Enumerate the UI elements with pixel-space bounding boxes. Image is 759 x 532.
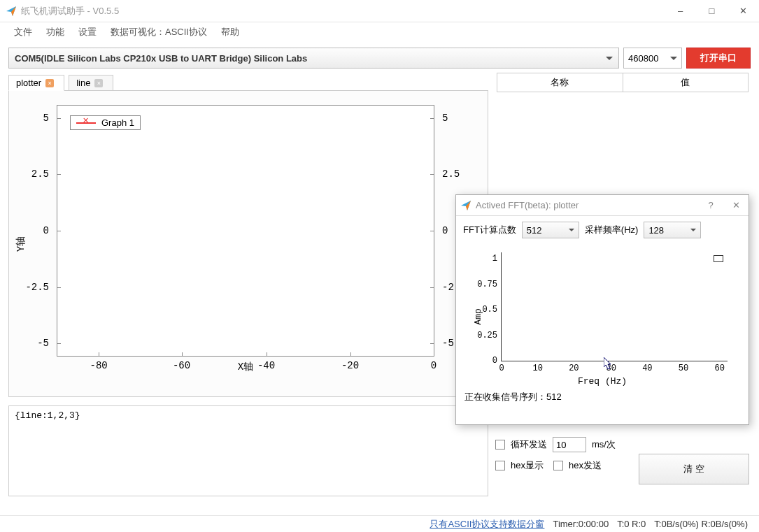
- fft-points-select[interactable]: 512: [522, 222, 579, 238]
- loop-send-checkbox[interactable]: [495, 440, 505, 450]
- fft-status-value: 512: [546, 391, 562, 402]
- app-icon: [6, 6, 17, 17]
- interval-unit-label: ms/次: [592, 438, 616, 451]
- x-axis-label: X轴: [57, 361, 434, 373]
- plot-tabs: plotter × line ×: [8, 73, 488, 91]
- fft-titlebar[interactable]: Actived FFT(beta): plotter ? ✕: [456, 195, 749, 216]
- app-icon: [460, 200, 471, 211]
- column-header-name: 名称: [497, 73, 623, 92]
- fft-dialog: Actived FFT(beta): plotter ? ✕ FFT计算点数 5…: [455, 194, 749, 425]
- fft-plot[interactable]: Amp 1 0.75 0.5 0.25 0 0 10 20 30 40 50 6…: [464, 247, 740, 387]
- ytick: 2.5: [31, 168, 49, 180]
- tab-label: plotter: [16, 78, 41, 88]
- ytick-right: 0: [442, 225, 448, 236]
- menu-file[interactable]: 文件: [8, 24, 38, 40]
- fft-ytick: 0: [492, 356, 497, 366]
- tab-close-icon[interactable]: ×: [94, 79, 103, 87]
- fft-xtick: 30: [606, 364, 616, 373]
- xtick: 0: [431, 360, 437, 371]
- fft-xtick: 40: [642, 364, 652, 373]
- xtick: -40: [257, 360, 275, 371]
- tab-plotter[interactable]: plotter ×: [8, 75, 64, 91]
- legend-label: Graph 1: [101, 117, 134, 128]
- fft-xtick: 10: [532, 364, 542, 373]
- loop-send-label: 循环发送: [511, 438, 547, 451]
- status-rate: T:0B/s(0%) R:0B/s(0%): [654, 519, 748, 529]
- window-title: 纸飞机调试助手 - V0.5.5: [21, 5, 665, 17]
- side-panel: 名称 值: [497, 73, 749, 92]
- fft-legend-icon: [714, 255, 723, 262]
- fft-x-axis-label: Freq (Hz): [464, 376, 740, 387]
- legend-swatch-icon: [76, 122, 96, 124]
- hex-show-checkbox[interactable]: [495, 461, 505, 470]
- fft-title: Actived FFT(beta): plotter: [476, 200, 698, 210]
- fft-ytick: 0.25: [477, 331, 497, 340]
- baud-rate-select[interactable]: 460800: [623, 48, 682, 69]
- fft-samplerate-label: 采样频率(Hz): [585, 224, 639, 236]
- close-button[interactable]: ✕: [723, 195, 749, 216]
- hex-send-checkbox[interactable]: [553, 461, 563, 470]
- statusbar: 只有ASCII协议支持数据分窗 Timer:0:00:00 T:0 R:0 T:…: [0, 515, 759, 532]
- send-controls: 循环发送 ms/次 hex显示 hex发送 清 空: [490, 434, 752, 476]
- hex-show-label: hex显示: [511, 459, 544, 472]
- help-button[interactable]: ?: [698, 195, 723, 216]
- clear-button[interactable]: 清 空: [639, 454, 749, 484]
- xtick: -20: [341, 360, 359, 371]
- fft-xtick: 60: [714, 364, 724, 373]
- hex-send-label: hex发送: [569, 459, 602, 472]
- connection-toolbar: COM5(IDLE Silicon Labs CP210x USB to UAR…: [0, 42, 759, 73]
- fft-ytick: 0.75: [477, 280, 497, 289]
- fft-params: FFT计算点数 512 采样频率(Hz) 128: [456, 216, 749, 244]
- fft-status: 正在收集信号序列：512: [456, 387, 749, 408]
- fft-xtick: 0: [499, 364, 504, 373]
- open-port-button[interactable]: 打开串口: [686, 48, 751, 69]
- legend: Graph 1: [70, 115, 141, 130]
- menu-visualization[interactable]: 数据可视化：ASCII协议: [105, 24, 213, 40]
- maximize-button[interactable]: □: [696, 0, 728, 22]
- status-timer: Timer:0:00:00: [553, 519, 609, 529]
- xtick: -60: [173, 360, 190, 371]
- titlebar: 纸飞机调试助手 - V0.5.5 – □ ✕: [0, 0, 759, 22]
- menubar: 文件 功能 设置 数据可视化：ASCII协议 帮助: [0, 22, 759, 42]
- plot-area[interactable]: Graph 1 5 2.5 0 -2.5 -5 5 2.5 0 -2.5 -5: [57, 105, 434, 357]
- tab-label: line: [76, 78, 90, 88]
- menu-settings[interactable]: 设置: [73, 24, 102, 40]
- menu-function[interactable]: 功能: [41, 24, 70, 40]
- svg-marker-0: [6, 6, 16, 16]
- fft-xtick: 50: [679, 364, 688, 373]
- ytick: -5: [37, 338, 49, 349]
- fft-axes: 1 0.75 0.5 0.25 0 0 10 20 30 40 50 60: [501, 252, 728, 361]
- fft-samplerate-select[interactable]: 128: [644, 222, 701, 238]
- xtick: -80: [90, 360, 108, 371]
- ytick: -2.5: [25, 282, 49, 293]
- com-port-select[interactable]: COM5(IDLE Silicon Labs CP210x USB to UAR…: [8, 48, 619, 69]
- ytick: 5: [43, 113, 49, 124]
- fft-status-prefix: 正在收集信号序列：: [464, 391, 546, 402]
- status-link[interactable]: 只有ASCII协议支持数据分窗: [430, 518, 544, 531]
- fft-ytick: 0.5: [482, 305, 497, 315]
- fft-points-label: FFT计算点数: [463, 224, 516, 236]
- minimize-button[interactable]: –: [665, 0, 696, 22]
- close-button[interactable]: ✕: [728, 0, 759, 22]
- fft-ytick: 1: [492, 254, 497, 264]
- tab-line[interactable]: line ×: [69, 75, 113, 91]
- ytick-right: 2.5: [442, 168, 460, 180]
- tab-close-icon[interactable]: ×: [45, 79, 54, 87]
- column-header-value: 值: [623, 73, 749, 92]
- fft-xtick: 20: [569, 364, 579, 373]
- ytick: 0: [43, 225, 49, 236]
- ytick-right: -5: [442, 338, 454, 349]
- y-axis-label: Y轴: [15, 236, 27, 251]
- status-txrx: T:0 R:0: [617, 519, 646, 529]
- send-input[interactable]: {line:1,2,3}: [8, 405, 488, 496]
- plot-panel: Y轴 Graph 1 5 2.5 0 -2.5 -5 5 2.5 0 -2.5 …: [8, 91, 488, 397]
- menu-help[interactable]: 帮助: [215, 24, 245, 40]
- interval-input[interactable]: [553, 437, 586, 452]
- ytick-right: 5: [442, 113, 448, 124]
- svg-marker-2: [461, 201, 471, 210]
